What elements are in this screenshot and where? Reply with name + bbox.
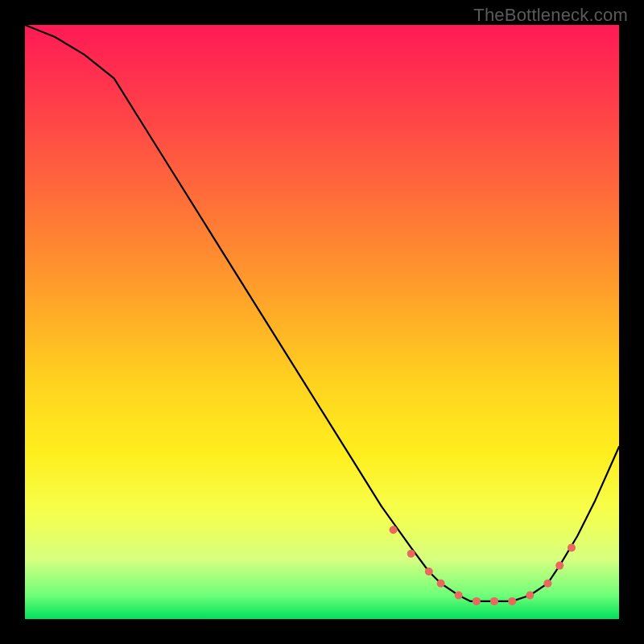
highlight-dot [390, 526, 398, 534]
highlight-dot [437, 580, 445, 588]
highlight-dot [455, 592, 463, 600]
bottleneck-curve [25, 25, 619, 601]
highlight-dot [568, 543, 576, 551]
highlight-dot [508, 597, 516, 605]
highlight-dot [407, 550, 415, 558]
watermark-text: TheBottleneck.com [473, 5, 628, 26]
highlight-dot [526, 592, 534, 600]
highlight-dot [555, 562, 564, 570]
chart-svg [25, 25, 619, 619]
highlight-dot [473, 597, 481, 605]
highlight-dot [425, 568, 433, 576]
plot-area [25, 25, 619, 619]
chart-frame: TheBottleneck.com [0, 0, 644, 644]
highlight-dot [490, 597, 498, 605]
highlight-dot [543, 580, 551, 588]
highlight-dots [390, 526, 576, 605]
